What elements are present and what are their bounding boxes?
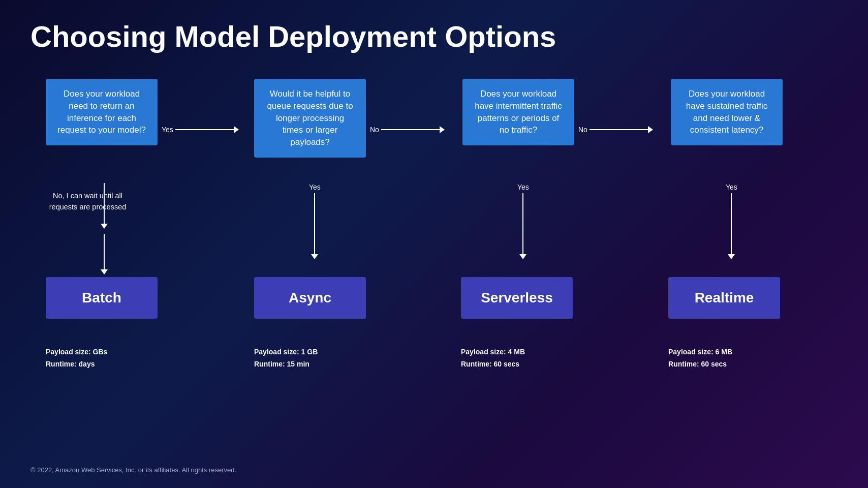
arrow-q4-down: Yes (726, 183, 737, 259)
footer: © 2022, Amazon Web Services, Inc. or its… (30, 466, 236, 474)
arrowhead-q3q4 (648, 126, 653, 133)
arrowhead-q3-serverless (519, 254, 526, 259)
arrowhead-q2-async (311, 254, 318, 259)
question-box-3: Does your workload have intermittent tra… (462, 79, 574, 145)
yes-label-q1q2: Yes (162, 126, 173, 134)
arrow-line-q3-serverless (522, 193, 523, 254)
specs-realtime: Payload size: 6 MB Runtime: 60 secs (668, 338, 732, 371)
result-box-serverless: Serverless (461, 277, 573, 319)
specs-serverless: Payload size: 4 MB Runtime: 60 secs (461, 338, 525, 371)
question-box-2: Would it be helpful to queue requests du… (254, 79, 366, 158)
result-batch: Batch (46, 277, 158, 319)
no-label-q2q3: No (370, 126, 379, 134)
specs-batch-line1: Payload size: GBs (46, 346, 107, 358)
arrow-q2-down: Yes (309, 183, 321, 259)
result-box-async: Async (254, 277, 366, 319)
result-realtime: Realtime (668, 277, 780, 319)
specs-serverless-line1: Payload size: 4 MB (461, 346, 525, 358)
specs-batch-line2: Runtime: days (46, 358, 107, 371)
arrow-q3-down: Yes (517, 183, 529, 259)
yes-label-q3: Yes (517, 183, 529, 191)
yes-label-q2: Yes (309, 183, 321, 191)
specs-realtime-line2: Runtime: 60 secs (668, 358, 732, 371)
arrowhead-q2q3 (440, 126, 445, 133)
arrow-line-q2-async (314, 193, 315, 254)
question-box-1: Does your workload need to return an inf… (46, 79, 158, 145)
arrow-q2-to-q3: No (370, 126, 445, 134)
result-async: Async (254, 277, 366, 319)
specs-realtime-line1: Payload size: 6 MB (668, 346, 732, 358)
result-box-realtime: Realtime (668, 277, 780, 319)
arrow-line-q4-realtime (731, 193, 732, 254)
yes-label-q4: Yes (726, 183, 737, 191)
arrow-q1-to-batch (101, 234, 108, 274)
question-1: Does your workload need to return an inf… (46, 79, 158, 145)
arrow-q3-to-q4: No (578, 126, 653, 134)
question-4: Does your workload have sustained traffi… (671, 79, 783, 145)
arrow-line-q1-batch (104, 234, 105, 269)
specs-batch: Payload size: GBs Runtime: days (46, 338, 107, 371)
specs-serverless-line2: Runtime: 60 secs (461, 358, 525, 371)
no-label-q3q4: No (578, 126, 587, 134)
question-box-4: Does your workload have sustained traffi… (671, 79, 783, 145)
result-serverless: Serverless (461, 277, 573, 319)
arrowhead-q4-realtime (728, 254, 735, 259)
arrowhead-q1-batch (101, 269, 108, 274)
result-box-batch: Batch (46, 277, 158, 319)
no-wait-label: No, I can wait until all requests are pr… (38, 191, 137, 213)
arrowhead-q1q2 (234, 126, 239, 133)
question-2: Would it be helpful to queue requests du… (254, 79, 366, 158)
page-title: Choosing Model Deployment Options (30, 20, 556, 53)
question-3: Does your workload have intermittent tra… (462, 79, 574, 145)
specs-async-line2: Runtime: 15 min (254, 358, 318, 371)
arrow-q1-to-q2: Yes (162, 126, 239, 134)
arrowhead-q1-down (101, 224, 108, 229)
specs-async-line1: Payload size: 1 GB (254, 346, 318, 358)
specs-async: Payload size: 1 GB Runtime: 15 min (254, 338, 318, 371)
